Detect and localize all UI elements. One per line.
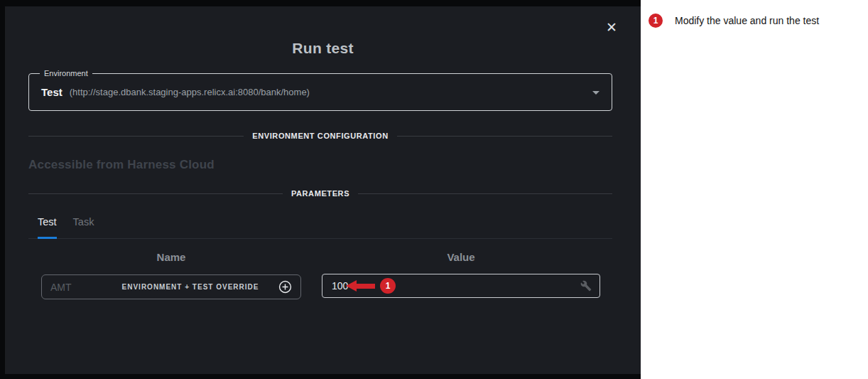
parameters-tab-bar: Test Task [28, 216, 612, 239]
parameters-heading: PARAMETERS [291, 189, 349, 198]
environment-configuration-divider: ENVIRONMENT CONFIGURATION [28, 132, 612, 140]
screenshot-stage: ✕ Run test Environment Test (http://stag… [0, 0, 868, 379]
divider-line [28, 193, 283, 194]
modal-backdrop: ✕ Run test Environment Test (http://stag… [0, 0, 641, 379]
parameter-scope-badge: ENVIRONMENT + TEST OVERRIDE [102, 283, 278, 291]
parameter-value-field[interactable]: 1 [322, 274, 600, 298]
parameters-divider: PARAMETERS [28, 189, 612, 198]
divider-line [397, 136, 612, 137]
chevron-down-icon[interactable] [592, 91, 600, 95]
arrow-tail [357, 284, 375, 289]
column-header-name: Name [41, 251, 301, 263]
step-number-badge: 1 [649, 14, 663, 28]
add-parameter-icon[interactable] [278, 280, 292, 294]
parameter-value-input[interactable] [322, 280, 358, 292]
environment-name: Test [41, 86, 63, 98]
tab-task[interactable]: Task [73, 216, 94, 238]
marker-badge: 1 [380, 278, 396, 294]
environment-selected-option: Test (http://stage.dbank.staging-apps.re… [29, 74, 612, 110]
parameter-name-input[interactable] [42, 282, 102, 293]
divider-line [358, 193, 612, 194]
run-test-dialog: ✕ Run test Environment Test (http://stag… [5, 6, 641, 374]
environment-url: (http://stage.dbank.staging-apps.relicx.… [70, 87, 310, 97]
environment-configuration-heading: ENVIRONMENT CONFIGURATION [252, 132, 388, 140]
dialog-title: Run test [5, 40, 641, 57]
environment-select[interactable]: Environment Test (http://stage.dbank.sta… [28, 73, 612, 111]
annotation-step: 1 Modify the value and run the test [641, 0, 868, 28]
close-icon[interactable]: ✕ [606, 21, 617, 34]
step-text: Modify the value and run the test [675, 14, 819, 26]
annotation-panel: 1 Modify the value and run the test [641, 0, 868, 379]
tab-test[interactable]: Test [38, 216, 57, 239]
wrench-icon[interactable] [580, 280, 592, 292]
harness-cloud-note: Accessible from Harness Cloud [28, 158, 215, 172]
parameter-name-field[interactable]: ENVIRONMENT + TEST OVERRIDE [41, 274, 301, 299]
column-header-value: Value [322, 251, 600, 263]
environment-select-label: Environment [40, 69, 92, 78]
divider-line [28, 136, 244, 137]
